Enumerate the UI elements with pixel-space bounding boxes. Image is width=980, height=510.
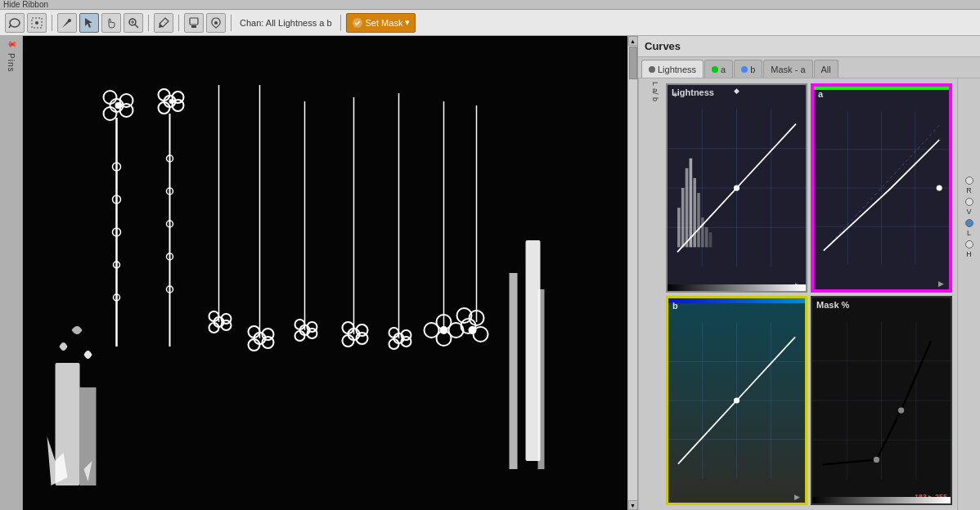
tab-all[interactable]: All (814, 60, 838, 78)
svg-rect-10 (190, 18, 198, 25)
hide-ribbon-label[interactable]: Hide Ribbon (3, 0, 48, 9)
curve-cell-b[interactable]: b (666, 296, 807, 505)
svg-rect-94 (681, 188, 685, 247)
option-row-r: R (965, 177, 973, 195)
separator-1 (52, 15, 52, 31)
curve-cell-lightness[interactable]: Lightness ◆ (666, 83, 807, 293)
curves-content: L a/ b Lightness ◆ (638, 78, 980, 510)
option-row-v: V (965, 198, 973, 216)
pen-tool[interactable] (206, 13, 226, 33)
top-bar: Hide Ribbon (0, 0, 980, 10)
svg-rect-99 (701, 217, 704, 247)
pins-label: Pins (7, 53, 16, 72)
side-label-l: L (641, 82, 659, 86)
chan-label: Chan: All Lightness a b (240, 18, 332, 28)
tab-mask-a[interactable]: Mask - a (763, 60, 812, 78)
hand-tool[interactable] (101, 13, 121, 33)
svg-rect-72 (510, 273, 518, 469)
a-bottom-arrow[interactable]: ▶ (938, 280, 944, 288)
options-panel: R V L H (957, 78, 980, 510)
curve-cell-mask[interactable]: Mask % (811, 296, 952, 505)
svg-line-9 (164, 22, 166, 24)
svg-rect-96 (690, 159, 693, 248)
svg-point-4 (68, 19, 71, 22)
tab-a[interactable]: a (704, 60, 733, 78)
lightness-gradient (668, 284, 806, 291)
tab-mask-a-label: Mask - a (771, 65, 805, 74)
svg-point-0 (10, 19, 20, 27)
a-green-bar (814, 87, 949, 90)
side-label-a: a/ (641, 88, 659, 95)
svg-point-110 (937, 185, 942, 190)
separator-2 (148, 15, 149, 31)
main-area: 📌 Pins (0, 36, 980, 510)
lasso-tool[interactable] (5, 13, 25, 33)
option-radio-h[interactable] (965, 240, 973, 248)
option-label-v: V (966, 208, 971, 216)
svg-rect-101 (709, 232, 713, 247)
svg-line-6 (135, 25, 138, 28)
scroll-up-arrow[interactable]: ▲ (628, 36, 638, 46)
curve-label-lightness: Lightness (672, 87, 714, 97)
curves-grid: Lightness ◆ (661, 78, 957, 510)
lightness-curve-svg (668, 85, 806, 291)
tab-dot-b (741, 66, 748, 73)
svg-rect-73 (538, 289, 545, 469)
scroll-track[interactable] (628, 46, 638, 500)
image-canvas[interactable] (23, 36, 627, 510)
tab-lightness-label: Lightness (658, 65, 696, 74)
a-curve-svg (814, 87, 949, 289)
bw-image-svg (23, 36, 627, 510)
curve-cell-a[interactable]: a (811, 83, 952, 293)
curve-label-mask: Mask % (816, 300, 849, 310)
separator-5 (340, 15, 341, 31)
curve-label-a: a (818, 89, 823, 99)
pin-icon: 📌 (4, 37, 17, 50)
set-mask-label: Set Mask (366, 18, 403, 28)
tab-all-label: All (821, 65, 831, 74)
svg-point-20 (115, 102, 122, 109)
option-radio-l[interactable] (965, 219, 973, 227)
b-curve-svg (668, 298, 805, 503)
svg-rect-95 (686, 168, 689, 248)
tab-dot-lightness (649, 66, 655, 73)
tab-dot-a (712, 66, 718, 73)
b-bottom-arrow[interactable]: ▶ (794, 493, 800, 501)
option-radio-r[interactable] (965, 177, 973, 185)
curves-title: Curves (645, 40, 681, 52)
eyedropper-tool[interactable] (154, 13, 173, 33)
tab-b[interactable]: b (734, 60, 762, 78)
option-label-h: H (966, 250, 972, 258)
stamp-tool[interactable] (184, 13, 204, 33)
curve-label-b: b (672, 301, 678, 311)
tab-a-label: a (721, 65, 726, 74)
option-radio-v[interactable] (965, 198, 973, 206)
curves-side-labels: L a/ b (638, 78, 661, 510)
set-mask-button[interactable]: Set Mask ▾ (346, 13, 416, 33)
svg-rect-11 (191, 25, 196, 28)
option-row-l: L (965, 219, 973, 237)
scroll-thumb[interactable] (629, 47, 637, 79)
curves-header: Curves (638, 36, 980, 57)
pointer-tool[interactable] (79, 13, 99, 33)
svg-point-102 (734, 185, 739, 190)
tab-lightness[interactable]: Lightness (641, 60, 704, 78)
svg-point-118 (734, 397, 739, 403)
zoom-tool[interactable] (124, 13, 143, 33)
scroll-down-arrow[interactable]: ▼ (628, 500, 638, 510)
svg-line-1 (9, 25, 11, 28)
scrollbar-vertical[interactable]: ▲ ▼ (627, 36, 637, 510)
separator-3 (178, 15, 179, 31)
svg-point-68 (469, 326, 477, 334)
svg-rect-98 (697, 193, 700, 247)
magic-tool[interactable] (27, 13, 47, 33)
tab-b-label: b (750, 65, 755, 74)
svg-rect-100 (705, 227, 708, 247)
option-label-l: L (967, 229, 971, 237)
svg-rect-93 (677, 208, 681, 247)
curves-panel: Curves Lightness a b Mask - a All (638, 36, 980, 510)
brush-tool[interactable] (57, 13, 77, 33)
svg-point-126 (898, 407, 904, 413)
image-panel: 📌 Pins (0, 36, 638, 510)
set-mask-dropdown[interactable]: ▾ (405, 17, 410, 28)
